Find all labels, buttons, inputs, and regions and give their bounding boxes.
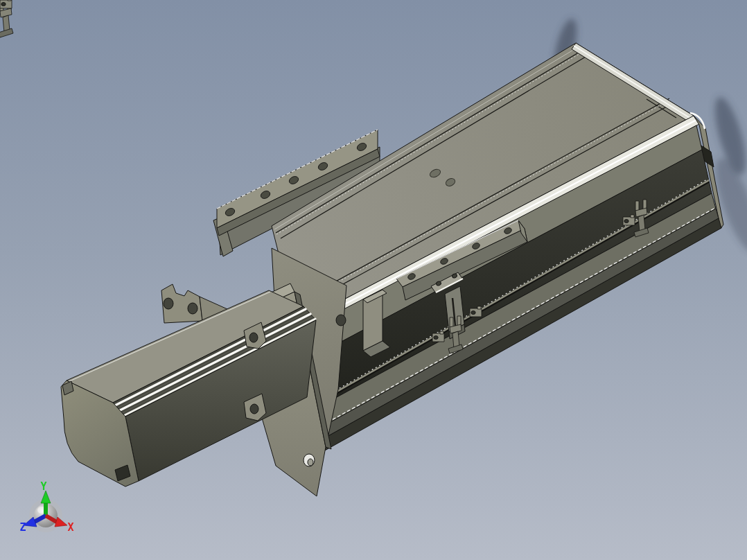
flange-bright-hole-bore — [308, 459, 313, 466]
ear-hole — [188, 303, 197, 314]
ear-hole — [250, 404, 258, 414]
limit-sensor[interactable] — [0, 0, 12, 8]
ear-hole — [249, 333, 258, 342]
axis-y-label: Y — [40, 480, 46, 493]
axis-z-label: Z — [19, 521, 26, 534]
cad-viewport[interactable]: Y Z X — [0, 0, 747, 560]
ear-hole — [164, 298, 173, 309]
end-face-hole — [336, 315, 346, 326]
axis-x-label: X — [67, 521, 73, 534]
